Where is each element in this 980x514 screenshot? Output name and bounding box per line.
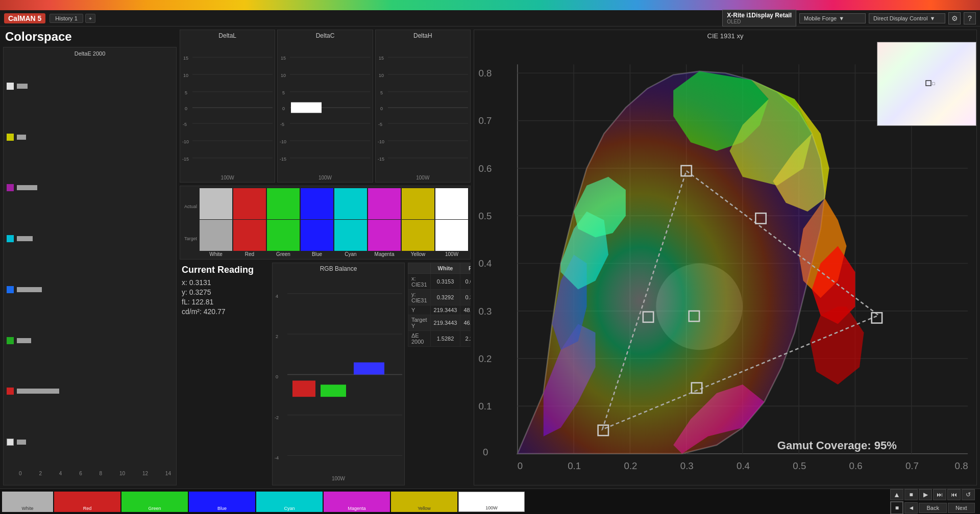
- bottom-swatch-100w[interactable]: 100W: [458, 492, 525, 512]
- col-header-red: Red: [460, 263, 471, 274]
- device3-selector[interactable]: Direct Display Control ▼: [869, 13, 945, 23]
- swatch-col-yellow: Yellow: [402, 188, 434, 257]
- toolbar-right: X-Rite i1Display Retail OLED Mobile Forg…: [722, 10, 976, 27]
- up-arrow-button[interactable]: ▲: [890, 489, 903, 500]
- settings-button[interactable]: ⚙: [948, 12, 961, 24]
- device1-sub: OLED: [727, 19, 792, 24]
- skip-forward-button[interactable]: ⏭: [933, 489, 946, 500]
- deltaL-x-label: 100W: [182, 175, 273, 181]
- svg-text:-5: -5: [378, 122, 382, 127]
- rgb-balance-chart: RGB Balance 4 2 0 -2 -4: [272, 263, 405, 485]
- swatch-col-magenta: Magenta: [368, 188, 401, 257]
- col-header-label: [408, 263, 431, 274]
- svg-text:-2: -2: [275, 415, 279, 420]
- reading-title: Current Reading: [182, 265, 267, 275]
- help-button[interactable]: ?: [964, 12, 976, 24]
- left-panel: Colorspace DeltaE 2000: [3, 30, 177, 485]
- bottom-swatch-white[interactable]: White: [2, 492, 53, 512]
- title-bar: CalMAN 5 History 1 + X-Rite i1Display Re…: [0, 10, 980, 27]
- svg-text:10: 10: [281, 73, 286, 78]
- target-swatch-white: [200, 220, 232, 251]
- bottom-center: Current Reading x: 0.3131 y: 0.3275 fL: …: [180, 263, 471, 485]
- device2-selector[interactable]: Mobile Forge ▼: [799, 13, 866, 23]
- target-swatch-blue: [301, 220, 333, 251]
- svg-rect-54: [321, 384, 346, 397]
- svg-text:15: 15: [183, 56, 188, 61]
- swatch-label-100w: 100W: [445, 251, 458, 257]
- svg-text:4: 4: [276, 294, 278, 299]
- bottom-swatch-blue[interactable]: Blue: [189, 492, 255, 512]
- svg-text:-15: -15: [280, 157, 286, 162]
- device3-name: Direct Display Control: [873, 15, 927, 21]
- svg-text:-5: -5: [280, 122, 284, 127]
- svg-text:-15: -15: [378, 157, 384, 162]
- table-body: x: CIE31 0.3153 0.6257 0.3039 0.1521 0.2…: [408, 274, 471, 347]
- cell-white-Y: 219.3443: [430, 305, 460, 315]
- swatch-col-100w: 100W: [435, 188, 468, 257]
- reading-x: x: 0.3131: [182, 278, 267, 287]
- swatch-col-blue: Blue: [301, 188, 333, 257]
- deltaH-svg: 15 10 5 0 -5 -10 -15: [378, 41, 468, 174]
- back-button[interactable]: Back: [919, 503, 946, 513]
- target-swatch-100w: [435, 220, 468, 251]
- swatch-red: [7, 388, 14, 395]
- measurements-table: White Red Green Blue Cyan Magenta Yellow…: [408, 263, 471, 347]
- row-label-Y: Y: [408, 305, 431, 315]
- swatch-label-red: Red: [245, 251, 254, 257]
- swatch-columns: White Red Green Blue: [200, 188, 468, 257]
- page-title: Colorspace: [3, 30, 177, 44]
- next-button[interactable]: Next: [948, 503, 975, 513]
- svg-rect-28: [291, 102, 322, 113]
- skip-back-button[interactable]: ⏮: [947, 489, 961, 500]
- swatch-label-yellow: Yellow: [411, 251, 426, 257]
- swatch-col-green: Green: [267, 188, 300, 257]
- cell-white-y: 0.3292: [430, 290, 460, 305]
- svg-text:5: 5: [185, 90, 187, 95]
- table-row: x: CIE31 0.3153 0.6257 0.3039 0.1521 0.2…: [408, 274, 471, 290]
- chevron-down-icon2: ▼: [929, 15, 935, 21]
- target-swatch-green: [267, 220, 300, 251]
- prev-button[interactable]: ◄: [904, 502, 918, 513]
- deltaH-x-label: 100W: [378, 175, 468, 181]
- deltaL-grid: 15 10 5 0 -5 -10 -15: [182, 41, 273, 174]
- swatch-side-labels: Actual Target: [182, 188, 199, 257]
- row-label-ycie: y: CIE31: [408, 290, 431, 305]
- swatch-label-white: White: [209, 251, 223, 257]
- device1-selector[interactable]: X-Rite i1Display Retail OLED: [722, 10, 796, 27]
- actual-swatch-cyan: [334, 188, 367, 219]
- cell-red-y: 0.3288: [460, 290, 471, 305]
- stop-button[interactable]: ■: [904, 489, 918, 500]
- cie-panel: CIE 1931 xy: [474, 30, 977, 485]
- app-logo: CalMAN 5: [4, 13, 45, 23]
- row-label-de2000: ΔE 2000: [408, 331, 431, 347]
- deltae-swatches: [7, 59, 17, 470]
- cell-red-x: 0.6257: [460, 274, 471, 290]
- bar-white2: [17, 440, 26, 445]
- bottom-swatch-magenta[interactable]: Magenta: [324, 492, 390, 512]
- cie-diagram-container: 0 0.1 0.2 0.3 0.4 0.5 0.6 0.7 0.8 0.8 0.…: [474, 42, 976, 485]
- svg-marker-104: [518, 71, 825, 454]
- table-row: ΔE 2000 1.5282 2.2671 0.5355 1.6648 0.73…: [408, 331, 471, 347]
- play-button[interactable]: ▶: [919, 489, 932, 500]
- reading-cdm2: cd/m²: 420.77: [182, 307, 267, 316]
- bottom-swatch-red[interactable]: Red: [54, 492, 120, 512]
- bottom-swatch-yellow[interactable]: Yellow: [391, 492, 457, 512]
- target-swatch-red: [233, 220, 266, 251]
- bar-green: [17, 338, 31, 343]
- target-swatch-magenta: [368, 220, 401, 251]
- bottom-swatch-cyan[interactable]: Cyan: [256, 492, 323, 512]
- deltae-chart: DeltaE 2000: [3, 47, 177, 485]
- rgb-balance-svg: 4 2 0 -2 -4: [275, 273, 402, 476]
- swatch-col-white: White: [200, 188, 232, 257]
- add-tab-button[interactable]: +: [85, 14, 95, 23]
- actual-swatch-white: [200, 188, 232, 219]
- bottom-swatch-green[interactable]: Green: [121, 492, 188, 512]
- svg-text:0.4: 0.4: [737, 460, 750, 471]
- history-tab[interactable]: History 1: [50, 14, 83, 23]
- x-label-12: 12: [142, 471, 148, 476]
- refresh-button[interactable]: ↺: [962, 489, 975, 500]
- deltaL-title: DeltaL: [182, 32, 273, 39]
- svg-text:0.8: 0.8: [955, 460, 968, 471]
- svg-text:□: □: [932, 81, 935, 86]
- table-row: Y 219.3443 48.3096 156.7831 17.6709 172.…: [408, 305, 471, 315]
